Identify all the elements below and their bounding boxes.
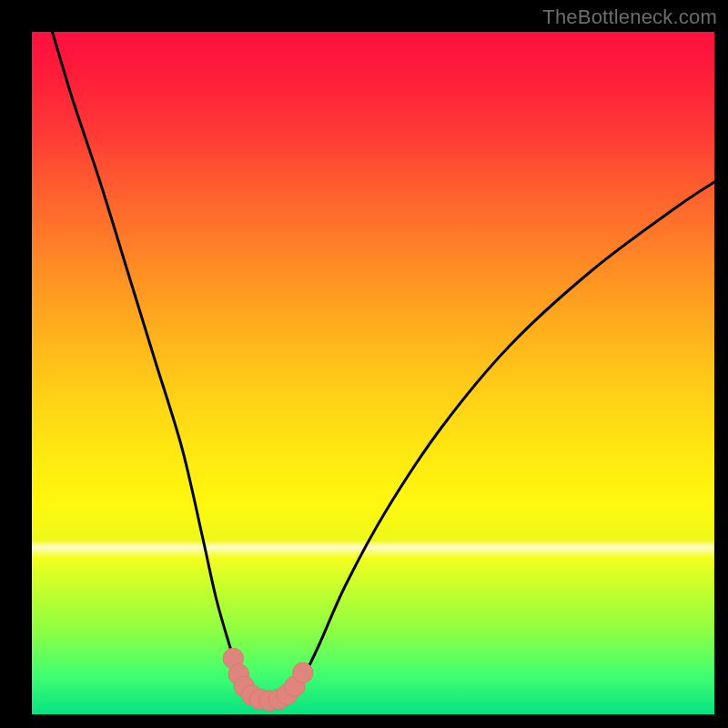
curve-marker <box>293 662 314 683</box>
watermark-text: TheBottleneck.com <box>542 5 717 29</box>
plot-area <box>32 32 714 714</box>
bottleneck-curve-path <box>53 32 715 701</box>
chart-frame: TheBottleneck.com <box>0 0 728 728</box>
chart-svg <box>32 32 714 714</box>
marker-group <box>223 648 313 711</box>
